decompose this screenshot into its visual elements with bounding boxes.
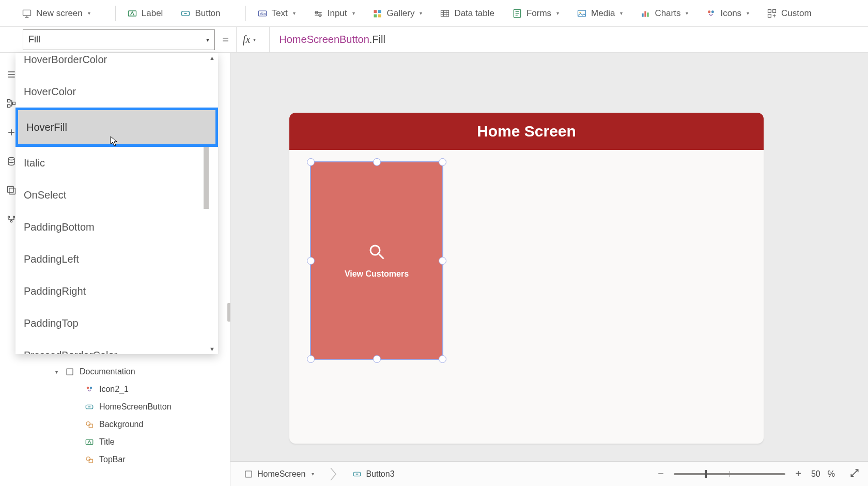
svg-rect-28	[645, 11, 646, 17]
button-label: View Customers	[345, 269, 409, 279]
main-content: ▾ Documentation Icon2_1 HomeScreenButton…	[0, 53, 868, 486]
chevron-down-icon: ▾	[747, 10, 749, 16]
insert-ribbon: New screen ▾ Label Button Abc Text ▾ Inp…	[0, 0, 868, 27]
insert-charts-text: Charts	[655, 8, 680, 19]
chevron-down-icon: ▾	[253, 37, 256, 42]
resize-handle[interactable]	[307, 355, 315, 363]
dropdown-item[interactable]: PressedBorderColor	[16, 339, 218, 354]
svg-rect-60	[89, 459, 92, 463]
label-icon	[85, 437, 94, 447]
resize-handle[interactable]	[439, 158, 446, 166]
formula-prop: .Fill	[369, 34, 385, 45]
dropdown-item[interactable]: PaddingLeft	[16, 243, 218, 275]
svg-rect-65	[356, 474, 359, 475]
svg-point-50	[10, 221, 12, 222]
icons-icon	[85, 385, 94, 394]
insert-custom-text: Custom	[781, 8, 812, 19]
dropdown-item[interactable]: PaddingBottom	[16, 211, 218, 243]
shape-icon	[85, 420, 94, 429]
svg-rect-5	[184, 13, 187, 14]
tree-folder-documentation[interactable]: ▾ Documentation	[23, 363, 230, 381]
shape-icon	[85, 455, 94, 464]
property-selector[interactable]: Fill ▾	[23, 29, 215, 50]
svg-rect-0	[23, 10, 31, 16]
insert-button-button[interactable]: Button	[178, 5, 222, 22]
tree-item-background[interactable]: Background	[23, 416, 230, 433]
chevron-down-icon: ▾	[620, 10, 623, 16]
svg-point-26	[579, 12, 581, 13]
insert-forms-menu[interactable]: Forms ▾	[510, 5, 561, 22]
new-screen-menu[interactable]: New screen ▾	[20, 5, 92, 22]
screen-preview[interactable]: Home Screen View Customers	[289, 113, 764, 444]
tree-item-label: TopBar	[99, 455, 126, 464]
resize-handle[interactable]	[439, 257, 446, 265]
chevron-down-icon: ▾	[53, 369, 60, 375]
formula-input[interactable]: HomeScreenButton.Fill	[269, 27, 385, 52]
resize-handle[interactable]	[307, 257, 315, 265]
insert-icons-menu[interactable]: Icons ▾	[704, 5, 751, 22]
insert-forms-text: Forms	[526, 8, 551, 19]
svg-point-61	[370, 246, 380, 255]
insert-datatable-button[interactable]: Data table	[438, 5, 497, 22]
insert-custom-menu[interactable]: Custom	[765, 5, 814, 22]
svg-point-45	[8, 158, 14, 160]
tree-item-icon2-1[interactable]: Icon2_1	[23, 381, 230, 398]
dropdown-item[interactable]: HoverBorderColor	[16, 53, 218, 75]
ribbon-separator	[245, 6, 246, 21]
dropdown-item[interactable]: OnSelect	[16, 179, 218, 211]
fx-launcher[interactable]: fx ▾	[236, 27, 262, 53]
chevron-down-icon: ▾	[352, 10, 355, 16]
insert-icons-text: Icons	[720, 8, 741, 19]
resize-handle[interactable]	[307, 158, 315, 166]
breadcrumb-screen[interactable]: HomeScreen ▾	[239, 467, 319, 481]
resize-handle[interactable]	[439, 355, 446, 363]
dropdown-item[interactable]: PaddingRight	[16, 275, 218, 307]
tree-item-label: Background	[99, 420, 143, 429]
tree-item-title[interactable]: Title	[23, 433, 230, 451]
button-icon	[352, 469, 362, 479]
zoom-slider[interactable]	[674, 473, 785, 475]
insert-datatable-text: Data table	[454, 8, 494, 19]
svg-rect-33	[773, 9, 776, 12]
fit-to-window-icon[interactable]	[849, 468, 860, 480]
insert-media-menu[interactable]: Media ▾	[575, 5, 625, 22]
dropdown-item[interactable]: PaddingTop	[16, 307, 218, 339]
selected-button-control[interactable]: View Customers	[310, 161, 443, 360]
svg-point-52	[87, 387, 89, 389]
resize-handle[interactable]	[373, 158, 381, 166]
insert-label-button[interactable]: Label	[125, 5, 165, 22]
svg-rect-15	[378, 14, 381, 17]
forms-icon	[512, 8, 522, 19]
insert-charts-menu[interactable]: Charts ▾	[638, 5, 690, 22]
svg-rect-41	[8, 105, 10, 108]
label-icon	[127, 8, 137, 19]
svg-rect-40	[8, 100, 10, 102]
insert-gallery-text: Gallery	[387, 8, 415, 19]
svg-rect-57	[89, 424, 92, 428]
svg-rect-51	[67, 369, 73, 375]
insert-text-menu[interactable]: Abc Text ▾	[255, 5, 298, 22]
insert-button-text: Button	[195, 8, 220, 19]
zoom-slider-thumb[interactable]	[705, 470, 707, 478]
dropdown-item-highlighted[interactable]: HoverFill	[16, 108, 218, 147]
canvas-stage[interactable]: Home Screen View Customers	[230, 53, 868, 461]
zoom-in-button[interactable]: +	[793, 468, 804, 480]
property-dropdown[interactable]: ▲ ▼ HoverBorderColor HoverColor HoverFil…	[16, 53, 218, 354]
svg-rect-63	[245, 471, 252, 477]
dropdown-item[interactable]: HoverColor	[16, 75, 218, 108]
zoom-out-button[interactable]: −	[655, 468, 667, 480]
tree-item-topbar[interactable]: TopBar	[23, 451, 230, 468]
resize-handle[interactable]	[373, 355, 381, 363]
insert-media-text: Media	[591, 8, 615, 19]
breadcrumb-screen-label: HomeScreen	[257, 469, 305, 479]
insert-gallery-menu[interactable]: Gallery ▾	[370, 5, 425, 22]
fx-icon: fx	[243, 34, 250, 45]
new-screen-label: New screen	[36, 8, 83, 19]
dropdown-item[interactable]: Italic	[16, 147, 218, 179]
zoom-suffix: %	[828, 469, 835, 479]
breadcrumb-selected[interactable]: Button3	[347, 467, 399, 481]
insert-input-menu[interactable]: Input ▾	[311, 5, 357, 22]
table-icon	[440, 8, 450, 19]
tree-item-homescreenbutton[interactable]: HomeScreenButton	[23, 398, 230, 416]
svg-rect-14	[374, 14, 377, 17]
